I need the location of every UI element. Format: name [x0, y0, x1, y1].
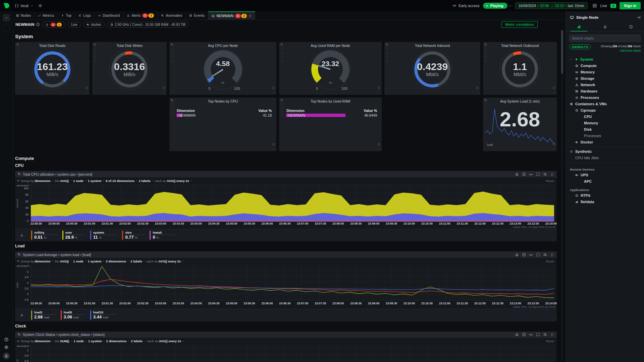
filter-chip[interactable]: 1 system: [88, 259, 105, 263]
add-more-charts-link[interactable]: Add more charts: [620, 49, 641, 52]
menu-item-netdata[interactable]: Netdata: [566, 199, 644, 205]
legend-item-iowait[interactable]: iowait0 %: [150, 231, 175, 240]
tab-drag-icon[interactable]: [249, 14, 252, 17]
expand-icon[interactable]: [536, 172, 540, 176]
sidebar-tab-info[interactable]: [618, 23, 644, 31]
filter-chip[interactable]: 3 dimensions: [106, 259, 129, 263]
metric-correlations-button[interactable]: Metric correlations: [501, 21, 538, 28]
collapse-card-icon[interactable]: [162, 85, 165, 91]
settings-icon[interactable]: [4, 345, 9, 350]
node-alerts-pill[interactable]: 1 2: [42, 21, 65, 28]
card-tool-icon[interactable]: [280, 103, 283, 106]
menu-item-ntpd[interactable]: NTPd: [566, 192, 644, 199]
resize-handle[interactable]: .::: [552, 147, 556, 150]
resize-handle[interactable]: .::: [272, 91, 275, 94]
wave-icon[interactable]: [529, 253, 533, 257]
tag-icon[interactable]: [280, 99, 283, 102]
early-access[interactable]: Early access: [452, 4, 479, 8]
menu-item-storage[interactable]: Storage: [566, 75, 644, 82]
tab-top[interactable]: Top: [58, 11, 75, 19]
chart-tag-icon[interactable]: [18, 333, 21, 336]
resize-handle[interactable]: .::: [552, 318, 556, 321]
collapse-card-icon[interactable]: [552, 85, 555, 91]
menu-item-processes[interactable]: Processes: [566, 133, 644, 139]
resize-handle[interactable]: .::: [377, 91, 381, 94]
menu-item-cgroups[interactable]: Cgroups: [566, 107, 644, 114]
filter-chip[interactable]: each as AVG() every 2s: [147, 259, 184, 263]
skip-to-end-icon[interactable]: [17, 260, 20, 262]
user-avatar[interactable]: [3, 353, 10, 359]
card-tool-icon[interactable]: [171, 103, 174, 106]
resize-handle[interactable]: .::: [377, 147, 381, 150]
menu-item-hardware[interactable]: Hardware: [566, 88, 644, 95]
sliders-icon[interactable]: [543, 172, 547, 176]
card-tool-icon[interactable]: [280, 115, 283, 118]
tag-icon[interactable]: [94, 43, 97, 46]
resize-handle[interactable]: .::: [85, 91, 89, 94]
table-row[interactable]: NEWMAIN41.18: [177, 113, 272, 117]
dots-icon[interactable]: [550, 172, 554, 176]
expand-icon[interactable]: [536, 333, 540, 337]
bell-icon[interactable]: [515, 333, 519, 337]
menu-item-cpu[interactable]: CPU: [566, 114, 644, 120]
tab-nodes[interactable]: Nodes: [13, 11, 35, 19]
menu-item-containers-vms[interactable]: Containers & VMs: [566, 101, 644, 107]
tag-icon[interactable]: [484, 99, 487, 102]
sign-in-button[interactable]: Sign in: [620, 2, 641, 9]
node-docker-pill[interactable]: docker: [83, 22, 105, 27]
reset-button[interactable]: Reset: [546, 179, 554, 183]
legend-item-softirq[interactable]: softirq0.51 %: [31, 231, 58, 240]
node-specs-pill[interactable]: 2.50 GHz ( Cores) - 15.55 GiB RAM - 40.9…: [107, 22, 189, 27]
menu-item-network[interactable]: Network: [566, 82, 644, 88]
plot-area[interactable]: [31, 264, 554, 301]
card-tool-icon[interactable]: [171, 107, 174, 110]
filter-chip[interactable]: the SUM(): [55, 339, 73, 343]
sliders-icon[interactable]: [543, 333, 547, 337]
anomaly-percent-badge[interactable]: ANOMALY%: [569, 44, 591, 49]
filter-chip[interactable]: 2 labels: [130, 259, 146, 263]
sliders-icon[interactable]: [543, 253, 547, 257]
chevron-right-icon[interactable]: [570, 58, 573, 61]
filter-chip[interactable]: 2 labels: [131, 339, 146, 343]
filter-chip[interactable]: the AVG(): [55, 179, 72, 183]
tab-dashboard[interactable]: Dashboard: [95, 11, 123, 19]
nodes-indicator-icon[interactable]: [592, 3, 597, 8]
card-tool-icon[interactable]: [280, 111, 283, 114]
resize-handle[interactable]: .::: [272, 147, 275, 150]
menu-item-cpu-idle-jitter[interactable]: CPU Idle Jitter: [566, 155, 644, 161]
menu-item-apc[interactable]: APC: [566, 178, 644, 185]
card-tool-icon[interactable]: [280, 107, 283, 110]
tag-icon[interactable]: [16, 43, 19, 46]
filter-chip[interactable]: 2 dimensions: [106, 339, 130, 343]
legend-item-system[interactable]: system11 %: [90, 231, 118, 240]
expand-icon[interactable]: [536, 253, 540, 257]
filter-chip[interactable]: 1 node: [73, 259, 87, 263]
expand-rail-button[interactable]: [3, 14, 10, 21]
filter-chip[interactable]: 2 labels: [139, 179, 154, 183]
tab-anomalies[interactable]: Anomalies: [158, 11, 186, 19]
skip-to-end-icon[interactable]: [17, 340, 20, 343]
wave-icon[interactable]: [529, 172, 533, 176]
tag-icon[interactable]: [484, 43, 487, 46]
dots-icon[interactable]: [550, 253, 554, 257]
legend-item-user[interactable]: user28.9 %: [62, 231, 86, 240]
legend-item-load1[interactable]: load12.68 load: [31, 310, 56, 319]
table-row[interactable]: NEWMAIN46.6449: [286, 113, 377, 117]
collapse-card-icon[interactable]: [272, 141, 275, 147]
netdata-logo-icon[interactable]: [0, 2, 13, 9]
playing-chevron-icon[interactable]: [509, 4, 512, 7]
filter-chip[interactable]: 9 of 10 dimensions: [106, 179, 138, 183]
resize-handle[interactable]: .::: [552, 91, 556, 94]
dots-icon[interactable]: [550, 333, 554, 337]
menu-item-ups[interactable]: UPS: [566, 172, 644, 178]
tag-icon[interactable]: [171, 43, 174, 46]
chart-tag-icon[interactable]: [18, 173, 21, 176]
plot-area[interactable]: Mon, 16 Sept 2024 • 23:14:05: [31, 345, 554, 362]
tag-icon[interactable]: [280, 43, 283, 46]
date-range-picker[interactable]: 16/09/2024 • 22:58 → 23:13 • last 15min: [515, 2, 588, 9]
skip-to-end-icon[interactable]: [17, 179, 20, 182]
node-info-icon[interactable]: [36, 22, 40, 26]
filter-chip[interactable]: 1 system: [88, 179, 105, 183]
collapse-card-icon[interactable]: [377, 141, 380, 147]
filter-chip[interactable]: each as AVG() every 2s: [155, 179, 193, 183]
